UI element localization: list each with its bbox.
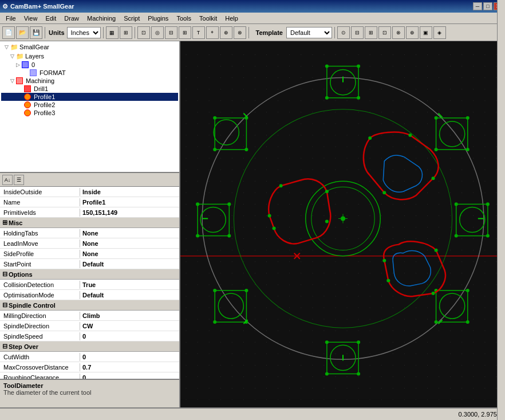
tree-item-machining[interactable]: ▽ Machining: [1, 77, 178, 85]
tool8-button[interactable]: ⊗: [234, 26, 246, 39]
prop-row-insideoutside[interactable]: InsideOutside Inside: [0, 187, 179, 197]
canvas-area[interactable]: [180, 41, 505, 407]
save-button[interactable]: 💾: [30, 26, 42, 39]
prop-name-millingdir: MillingDirection: [0, 312, 80, 320]
grid2-button[interactable]: ⊞: [120, 26, 132, 39]
svg-point-26: [435, 148, 438, 151]
svg-point-48: [213, 289, 216, 292]
prop-value-sideprofile: None: [80, 250, 179, 258]
separator-2: [103, 27, 104, 38]
prop-value-insideoutside: Inside: [80, 188, 179, 196]
menu-machining[interactable]: Machining: [84, 14, 119, 23]
tmpl-tool6[interactable]: ⊕: [406, 26, 419, 39]
svg-point-70: [382, 259, 386, 262]
toggle-layer0[interactable]: ▷: [16, 62, 22, 68]
svg-point-67: [408, 134, 412, 137]
prop-row-maxcrossover[interactable]: MaxCrossoverDistance 0.7: [0, 362, 179, 372]
prop-value-millingdir: Climb: [80, 312, 179, 320]
menu-script[interactable]: Script: [120, 14, 143, 23]
prop-row-millingdir[interactable]: MillingDirection Climb: [0, 311, 179, 321]
prop-row-startpoint[interactable]: StartPoint Default: [0, 259, 179, 269]
prop-row-collision[interactable]: CollisionDetection True: [0, 280, 179, 290]
tool7-button[interactable]: ⊕: [220, 26, 232, 39]
toggle-smallgear[interactable]: ▽: [5, 44, 10, 50]
category-misc[interactable]: ⊞ Misc: [0, 218, 179, 228]
toggle-machining[interactable]: ▽: [10, 78, 16, 84]
menu-toolkit[interactable]: Toolkit: [196, 14, 220, 23]
minimize-button[interactable]: ─: [473, 2, 482, 10]
tool6-button[interactable]: ⌖: [206, 26, 219, 39]
menu-help[interactable]: Help: [222, 14, 242, 23]
prop-row-cutwidth[interactable]: CutWidth 0: [0, 352, 179, 362]
tree-item-layers[interactable]: ▽ 📁 Layers: [1, 52, 178, 61]
prop-name-optimisation: OptimisationMode: [0, 291, 80, 299]
open-button[interactable]: 📂: [16, 26, 29, 39]
prop-row-primitiveids[interactable]: PrimitiveIds 150,151,149: [0, 207, 179, 218]
tmpl-tool5[interactable]: ⊗: [392, 26, 405, 39]
menu-file[interactable]: File: [2, 14, 19, 23]
tmpl-tool7[interactable]: ▣: [420, 26, 432, 39]
prop-row-spindlespeed[interactable]: SpindleSpeed 0: [0, 331, 179, 342]
svg-point-39: [466, 320, 470, 324]
tmpl-tool2[interactable]: ⊟: [351, 26, 364, 39]
category-spindle[interactable]: ⊟ Spindle Control: [0, 300, 179, 311]
tmpl-tool1[interactable]: ⊙: [337, 26, 350, 39]
menubar: File View Edit Draw Machining Script Plu…: [0, 13, 505, 24]
prop-row-roughingclear[interactable]: RoughingClearance 0: [0, 372, 179, 379]
prop-row-leadinmove[interactable]: LeadInMove None: [0, 238, 179, 249]
menu-view[interactable]: View: [21, 14, 41, 23]
sort-cat-button[interactable]: ☰: [14, 175, 24, 185]
tree-item-drill1[interactable]: Drill1: [1, 85, 178, 93]
separator-3: [135, 27, 135, 38]
tree-item-profile3[interactable]: Profile3: [1, 109, 178, 117]
properties-panel: InsideOutside Inside Name Profile1 Primi…: [0, 187, 179, 379]
folder-icon: 📁: [10, 43, 18, 51]
separator-1: [45, 27, 45, 38]
svg-point-76: [325, 190, 329, 193]
prop-name-holdingtabs: HoldingTabs: [0, 229, 80, 237]
template-select[interactable]: Default: [286, 27, 332, 38]
tree-item-smallgear[interactable]: ▽ 📁 SmallGear: [1, 42, 178, 52]
prop-name-insideoutside: InsideOutside: [0, 188, 80, 196]
sort-alpha-button[interactable]: A↓: [2, 175, 13, 185]
layer-icon: [22, 61, 29, 68]
menu-edit[interactable]: Edit: [42, 14, 60, 23]
prop-row-holdingtabs[interactable]: HoldingTabs None: [0, 228, 179, 238]
prop-row-sideprofile[interactable]: SideProfile None: [0, 249, 179, 259]
units-select[interactable]: Inches mm: [67, 27, 101, 38]
menu-plugins[interactable]: Plugins: [144, 14, 172, 23]
toggle-layers[interactable]: ▽: [10, 53, 16, 59]
separator-4: [248, 27, 249, 38]
tree-item-format[interactable]: FORMAT: [1, 69, 178, 77]
svg-point-72: [386, 279, 390, 282]
tmpl-tool4[interactable]: ⊡: [378, 26, 391, 39]
tree-item-profile2[interactable]: Profile2: [1, 101, 178, 109]
category-stepover[interactable]: ⊟ Step Over: [0, 342, 179, 352]
prop-name-spindlespeed: SpindleSpeed: [0, 332, 80, 340]
tree-view[interactable]: ▽ 📁 SmallGear ▽ 📁 Layers ▷ 0: [0, 41, 179, 173]
menu-draw[interactable]: Draw: [61, 14, 82, 23]
prop-row-name[interactable]: Name Profile1: [0, 197, 179, 207]
tool3-button[interactable]: ⊟: [165, 26, 177, 39]
svg-point-20: [325, 96, 329, 100]
tmpl-tool8[interactable]: ◈: [433, 26, 446, 39]
menu-tools[interactable]: Tools: [173, 14, 195, 23]
maximize-button[interactable]: □: [483, 2, 492, 10]
tree-item-profile1[interactable]: Profile1: [1, 93, 178, 101]
prop-value-cutwidth: 0: [80, 353, 179, 361]
grid-button[interactable]: ▦: [106, 26, 119, 39]
category-options[interactable]: ⊟ Options: [0, 269, 179, 280]
prop-row-optimisation[interactable]: OptimisationMode Default: [0, 290, 179, 300]
svg-point-14: [213, 148, 216, 151]
svg-point-56: [196, 234, 199, 238]
tool1-button[interactable]: ⊡: [137, 26, 150, 39]
new-button[interactable]: 📄: [2, 26, 15, 39]
tree-item-layer0[interactable]: ▷ 0: [1, 61, 178, 69]
tool2-button[interactable]: ◎: [151, 26, 164, 39]
tmpl-tool3[interactable]: ⊞: [365, 26, 377, 39]
prop-value-roughingclear: 0: [80, 374, 179, 379]
tool4-button[interactable]: ⊞: [179, 26, 191, 39]
tool5-button[interactable]: T: [192, 26, 205, 39]
prop-name-sideprofile: SideProfile: [0, 250, 80, 258]
prop-row-spindledir[interactable]: SpindleDirection CW: [0, 321, 179, 331]
